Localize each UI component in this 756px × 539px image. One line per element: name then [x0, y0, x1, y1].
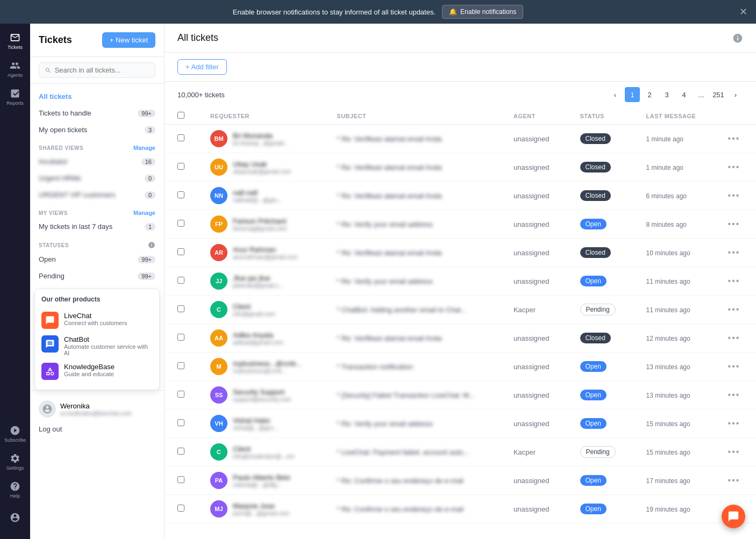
more-actions-button[interactable]: ••• [728, 362, 740, 371]
product-knowledgebase[interactable]: KnowledgeBase Guide and educate [41, 360, 153, 383]
more-actions-button[interactable]: ••• [728, 162, 740, 171]
table-row[interactable]: PA Paulo Alberto Belo roberta@...@dfg...… [165, 466, 756, 495]
search-input[interactable] [55, 66, 149, 74]
product-livechat[interactable]: LiveChat Connect with customers [41, 308, 153, 332]
nav-help[interactable]: Help [2, 477, 28, 502]
sidebar-view-urgent-vip[interactable]: URGENT VIP customers 0 [30, 186, 164, 203]
sidebar-my-open-tickets[interactable]: My open tickets 3 [30, 121, 164, 138]
more-actions-button[interactable]: ••• [728, 305, 740, 314]
sidebar-pending[interactable]: Pending 99+ [30, 268, 164, 284]
next-page-button[interactable]: › [728, 87, 743, 102]
table-row[interactable]: FP Farison Pritchard farisong@gmail.com … [165, 210, 756, 239]
select-all-checkbox[interactable] [177, 112, 184, 119]
more-actions-button[interactable]: ••• [728, 248, 740, 257]
row-checkbox[interactable] [177, 334, 184, 341]
nav-subscribe[interactable]: Subscribe [2, 421, 28, 447]
last-message: 13 minutes ago [646, 363, 690, 371]
sidebar-open[interactable]: Open 99+ [30, 251, 164, 268]
page-1-button[interactable]: 1 [625, 87, 640, 102]
nav-agents[interactable]: Agents [2, 56, 28, 82]
table-row[interactable]: C Client info@gmail.com * ChatBot: Addin… [165, 296, 756, 324]
livechat-icon [41, 312, 59, 329]
page-3-button[interactable]: 3 [659, 87, 674, 102]
more-actions-button[interactable]: ••• [728, 276, 740, 285]
chat-widget[interactable] [722, 505, 745, 528]
table-row[interactable]: AR Anur Rahman anurrahman@gmail.com * Re… [165, 239, 756, 267]
last-message: 1 minute ago [646, 135, 683, 143]
table-row[interactable]: VH Vishal Halor vishal@...@gm... * Re: V… [165, 409, 756, 438]
more-actions-button[interactable]: ••• [728, 419, 740, 428]
agent: unassigned [513, 277, 550, 285]
nav-user-avatar[interactable] [2, 505, 28, 530]
avatar: FP [210, 215, 227, 233]
sidebar-view-urgent[interactable]: Urgent HRMs 0 [30, 170, 164, 186]
row-checkbox[interactable] [177, 505, 184, 512]
enable-notifications-button[interactable]: 🔔 Enable notifications [442, 5, 523, 19]
avatar: BM [210, 130, 227, 147]
reports-icon [10, 88, 20, 99]
more-actions-button[interactable]: ••• [728, 333, 740, 342]
product-chatbot[interactable]: ChatBot Automate customer service with A… [41, 332, 153, 360]
nav-tickets[interactable]: Tickets [2, 28, 28, 54]
row-checkbox[interactable] [177, 191, 184, 198]
table-row[interactable]: SS Security Support support@security.com… [165, 381, 756, 409]
row-checkbox[interactable] [177, 277, 184, 284]
more-actions-button[interactable]: ••• [728, 219, 740, 228]
my-views-manage[interactable]: Manage [133, 210, 155, 216]
row-checkbox[interactable] [177, 448, 184, 455]
content-header: All tickets [165, 24, 756, 53]
requester-name: Vishal Halor [233, 416, 278, 425]
page-4-button[interactable]: 4 [676, 87, 691, 102]
table-row[interactable]: AA Adika Anyala adikaa@gmail.com * Re: V… [165, 324, 756, 353]
more-actions-button[interactable]: ••• [728, 390, 740, 399]
table-row[interactable]: NN nafi-nafi nafinafi@...@gm... * Re: Ve… [165, 182, 756, 210]
nav-reports[interactable]: Reports [2, 84, 28, 110]
table-row[interactable]: C Client info@moderator@...om * LiveChat… [165, 438, 756, 466]
avatar: C [210, 443, 227, 461]
urgent-badge: 0 [145, 175, 155, 182]
page-251-button[interactable]: 251 [711, 87, 726, 102]
row-checkbox[interactable] [177, 362, 184, 369]
table-row[interactable]: JJ Jfue jas jfue jdebude@gmail.c... * Re… [165, 267, 756, 296]
page-2-button[interactable]: 2 [642, 87, 657, 102]
requester-email: farisong@gmail.com [233, 225, 287, 232]
row-checkbox[interactable] [177, 220, 184, 227]
more-actions-button[interactable]: ••• [728, 191, 740, 200]
table-row[interactable]: MJ Marjorie Jose joem@...@gmail.com * Re… [165, 495, 756, 523]
sidebar-all-tickets[interactable]: All tickets [30, 88, 164, 105]
logout-link[interactable]: Log out [39, 421, 155, 437]
sidebar-tickets-to-handle[interactable]: Tickets to handle 99+ [30, 105, 164, 121]
row-checkbox[interactable] [177, 476, 184, 483]
requester-name: Jfue jas jfue [233, 274, 283, 282]
row-checkbox[interactable] [177, 248, 184, 255]
sidebar-view-incubator[interactable]: Incubator 16 [30, 153, 164, 170]
new-ticket-button[interactable]: + New ticket [102, 32, 155, 48]
requester-name: Paulo Alberto Belo [233, 473, 290, 481]
nav-settings[interactable]: Settings [2, 449, 28, 475]
table-row[interactable]: BM Bri Munanda bri.kioang...@gmail... * … [165, 125, 756, 153]
subject: * Re: Verifikasi alamat email Anda [337, 334, 441, 342]
shared-views-manage[interactable]: Manage [133, 145, 155, 151]
col-last-message: LAST MESSAGE [633, 107, 715, 125]
more-actions-button[interactable]: ••• [728, 447, 740, 456]
table-row[interactable]: UU Ubay Usak ubayusak@gmail.com * Re: Ve… [165, 153, 756, 182]
info-circle-icon[interactable] [732, 33, 743, 44]
requester-name: Client [233, 445, 295, 453]
row-checkbox[interactable] [177, 163, 184, 170]
tickets-table-wrap: REQUESTER SUBJECT AGENT STATUS LAST MESS… [165, 107, 756, 539]
more-actions-button[interactable]: ••• [728, 134, 740, 143]
user-circle-icon [10, 512, 20, 523]
table-row[interactable]: M mybusiness...@cmb... mybusiness@cmb...… [165, 353, 756, 381]
prev-page-button[interactable]: ‹ [608, 87, 623, 102]
avatar: JJ [210, 272, 227, 290]
agent: unassigned [513, 192, 550, 200]
more-actions-button[interactable]: ••• [728, 476, 740, 485]
sidebar-my-tickets-7days[interactable]: My tickets in last 7 days 1 [30, 218, 164, 235]
add-filter-button[interactable]: + Add filter [177, 59, 227, 75]
row-checkbox[interactable] [177, 391, 184, 398]
close-notif-icon[interactable]: ✕ [739, 6, 747, 18]
agent: unassigned [513, 420, 550, 428]
row-checkbox[interactable] [177, 134, 184, 141]
row-checkbox[interactable] [177, 305, 184, 312]
row-checkbox[interactable] [177, 419, 184, 426]
